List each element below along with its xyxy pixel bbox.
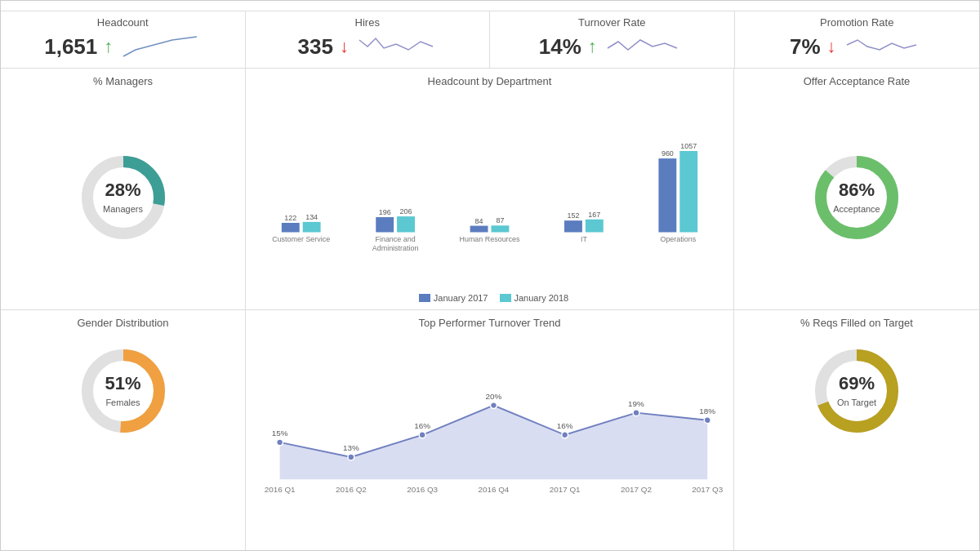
svg-text:2017 Q3: 2017 Q3: [692, 484, 723, 493]
svg-text:2017 Q2: 2017 Q2: [621, 484, 652, 493]
svg-text:18%: 18%: [699, 406, 715, 415]
hires-sparkline: [355, 32, 437, 61]
svg-rect-24: [679, 151, 697, 232]
svg-text:2017 Q1: 2017 Q1: [550, 484, 581, 493]
bot-row: Gender Distribution 51% Females Top Perf…: [1, 310, 979, 551]
svg-text:Human Resources: Human Resources: [459, 235, 520, 243]
svg-text:13%: 13%: [343, 443, 359, 452]
reqs-filled-title: % Reqs Filled on Target: [800, 317, 913, 329]
svg-text:134: 134: [305, 213, 318, 221]
legend-2018: January 2018: [500, 293, 569, 303]
svg-text:122: 122: [284, 214, 296, 222]
managers-panel: % Managers 28% Managers: [1, 69, 246, 309]
svg-text:Operations: Operations: [660, 235, 696, 243]
offer-acceptance-title: Offer Acceptance Rate: [804, 75, 911, 87]
svg-text:15%: 15%: [272, 428, 288, 437]
svg-text:2016 Q3: 2016 Q3: [407, 484, 438, 493]
svg-point-37: [419, 431, 425, 438]
legend-2017: January 2017: [419, 293, 488, 303]
dept-headcount-title: Headcount by Department: [428, 75, 552, 87]
promotion-title: Promotion Rate: [745, 16, 970, 29]
turnover-sparkline: [604, 32, 685, 61]
bar-chart-area: 122134Customer Service196206Finance andA…: [254, 92, 725, 291]
svg-text:2016 Q4: 2016 Q4: [479, 484, 510, 493]
kpi-hires: Hires 335 ↓: [246, 11, 491, 68]
gender-center: 51% Females: [105, 373, 140, 409]
offer-sub: Acceptance: [833, 204, 880, 214]
reqs-center: 69% On Target: [837, 373, 876, 409]
dashboard: Headcount 1,651 ↑ Hires 335 ↓ Turnover R: [0, 0, 980, 551]
managers-pct: 28%: [103, 180, 143, 201]
svg-point-33: [277, 438, 283, 445]
svg-point-45: [704, 416, 710, 423]
svg-text:167: 167: [588, 211, 600, 219]
gender-sub: Females: [105, 398, 140, 407]
managers-title: % Managers: [93, 75, 153, 87]
turnover-value: 14%: [539, 34, 581, 60]
svg-text:Customer Service: Customer Service: [272, 235, 330, 243]
turnover-trend-panel: Top Performer Turnover Trend 15%13%16%20…: [246, 310, 734, 551]
turnover-trend-title: Top Performer Turnover Trend: [256, 317, 724, 329]
headcount-value: 1,651: [44, 34, 97, 60]
promotion-content: 7% ↓: [745, 32, 970, 61]
reqs-filled-panel: % Reqs Filled on Target 69% On Target: [734, 310, 979, 551]
svg-rect-3: [303, 222, 321, 233]
gender-pct: 51%: [105, 373, 140, 394]
svg-rect-13: [470, 226, 488, 233]
hires-content: 335 ↓: [256, 32, 480, 61]
bar-chart-svg: 122134Customer Service196206Finance andA…: [254, 92, 725, 291]
svg-point-35: [348, 454, 354, 460]
svg-text:20%: 20%: [486, 391, 502, 400]
svg-rect-18: [564, 220, 582, 232]
svg-text:152: 152: [568, 211, 580, 220]
svg-point-41: [562, 431, 568, 438]
svg-point-43: [633, 409, 639, 415]
svg-text:19%: 19%: [628, 398, 644, 407]
svg-rect-14: [491, 225, 509, 232]
legend-2018-color: [500, 294, 511, 302]
svg-text:196: 196: [379, 208, 391, 216]
svg-text:206: 206: [400, 207, 412, 216]
gender-title: Gender Distribution: [78, 317, 169, 329]
hires-value: 335: [298, 34, 333, 60]
reqs-donut: 69% On Target: [808, 342, 906, 440]
legend-2017-label: January 2017: [434, 293, 488, 303]
svg-text:2016 Q1: 2016 Q1: [265, 484, 296, 493]
svg-rect-8: [397, 216, 415, 232]
turnover-title: Turnover Rate: [500, 16, 724, 29]
svg-marker-32: [280, 405, 708, 479]
promotion-value: 7%: [790, 34, 821, 60]
svg-text:2016 Q2: 2016 Q2: [336, 484, 367, 493]
promotion-trend-icon: ↓: [827, 36, 836, 57]
kpi-turnover: Turnover Rate 14% ↑: [490, 11, 735, 68]
managers-center: 28% Managers: [103, 180, 143, 216]
headcount-content: 1,651 ↑: [11, 32, 235, 61]
area-chart-svg: 15%13%16%20%16%19%18%2016 Q12016 Q22016 …: [256, 334, 724, 544]
svg-text:84: 84: [475, 217, 483, 225]
header-bar: [1, 1, 979, 11]
kpi-headcount: Headcount 1,651 ↑: [1, 11, 246, 68]
svg-text:960: 960: [662, 149, 674, 158]
offer-acceptance-panel: Offer Acceptance Rate 86% Acceptance: [734, 69, 979, 309]
offer-pct: 86%: [833, 180, 880, 201]
svg-text:Finance and: Finance and: [375, 235, 415, 243]
svg-text:87: 87: [496, 216, 504, 224]
reqs-pct: 69%: [837, 373, 876, 394]
svg-text:16%: 16%: [414, 420, 430, 429]
reqs-sub: On Target: [837, 398, 876, 407]
kpi-promotion: Promotion Rate 7% ↓: [735, 11, 980, 68]
svg-text:Administration: Administration: [372, 244, 419, 252]
svg-rect-19: [586, 220, 604, 233]
mid-row: % Managers 28% Managers Headcount by Dep…: [1, 69, 979, 310]
turnover-trend-icon: ↑: [588, 36, 597, 57]
bar-chart-legend: January 2017 January 2018: [411, 293, 568, 303]
svg-rect-7: [376, 217, 394, 232]
managers-sub: Managers: [103, 204, 143, 214]
gender-donut: 51% Females: [74, 342, 172, 440]
svg-text:1057: 1057: [680, 142, 697, 150]
svg-rect-2: [282, 223, 300, 232]
legend-2018-label: January 2018: [514, 293, 569, 303]
offer-center: 86% Acceptance: [833, 180, 880, 216]
svg-point-39: [490, 402, 497, 408]
promotion-sparkline: [843, 32, 924, 61]
